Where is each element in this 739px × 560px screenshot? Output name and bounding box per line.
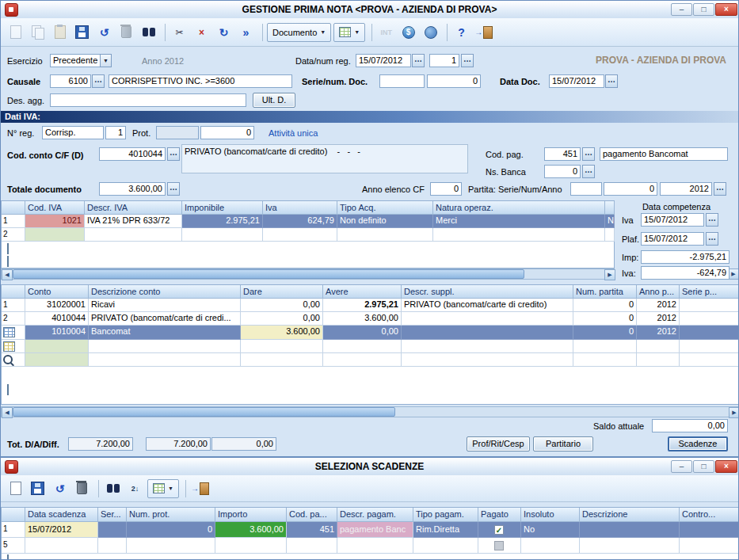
prot-num-field[interactable]: 0 [200,126,254,139]
cell-natura[interactable] [433,228,605,242]
detail-scroll-button[interactable]: ▶ [728,269,739,280]
partitario-button[interactable]: Partitario [533,436,593,451]
cell-cod-iva[interactable]: 1021 [25,215,85,228]
search-button[interactable] [139,23,158,42]
minimize-button[interactable]: – [671,3,692,16]
cell-serie[interactable] [680,340,739,353]
row-number[interactable]: 1 [2,299,25,312]
col-header-pagato[interactable]: Pagato [478,508,521,522]
esercizio-caret-icon[interactable]: ▼ [100,54,112,67]
cell-extra[interactable]: N [605,215,615,228]
row-number[interactable]: 1 [2,522,25,538]
row-selector[interactable] [2,353,25,367]
des-agg-field[interactable] [50,93,246,107]
scroll-left-icon[interactable]: ◀ [2,269,13,280]
paste-button[interactable] [50,23,70,42]
cod-pag-field[interactable]: 451 [544,147,581,161]
cell-dare[interactable] [241,353,323,367]
cell-anno[interactable] [637,340,680,353]
ns-banca-field[interactable]: 0 [544,165,581,178]
cell-num-prot[interactable] [127,538,215,554]
cell-num-partita[interactable]: 0 [573,299,637,312]
col-header-tipo-pagam[interactable]: Tipo pagam. [413,508,478,522]
partita-num-field[interactable]: 0 [604,182,657,196]
scroll-right-icon[interactable]: ▶ [729,407,739,418]
reg-num-field[interactable]: 1 [105,126,126,139]
num-reg-field[interactable]: 1 [429,54,459,67]
cell-dare[interactable] [241,340,323,353]
col-header-data-scadenza[interactable]: Data scadenza [25,508,98,522]
data-reg-lookup-button[interactable]: … [412,54,425,67]
cell-contro[interactable] [680,538,739,554]
cell-descrizione[interactable] [89,353,241,367]
restore-row-button[interactable]: ↻ [214,23,234,42]
cell-data-scadenza[interactable] [25,538,98,554]
competenza-iva-date-field[interactable]: 15/07/2012 [641,213,704,227]
col-header-conto[interactable]: Conto [25,285,89,299]
cell-serie[interactable] [680,299,739,312]
cell-num-partita[interactable] [573,353,637,367]
cell-descr-suppl[interactable] [402,326,573,340]
cut-row-button[interactable]: ✂ [170,23,189,42]
search-button[interactable] [103,479,123,498]
web-button[interactable] [421,23,440,42]
cell-iva[interactable] [263,228,337,242]
cod-conto-lookup-button[interactable]: … [167,147,180,161]
cell-avere[interactable]: 0,00 [323,326,402,340]
col-header-natura[interactable]: Natura operaz. [433,201,605,215]
cell-descrizione[interactable]: PRIVATO (bancomat/carte di credi... [89,312,241,326]
row-number[interactable]: 1 [2,215,25,228]
cell-conto[interactable] [25,340,89,353]
ns-banca-lookup-button[interactable]: … [582,165,595,178]
intra-button[interactable]: INT [376,23,396,42]
row-number[interactable]: 2 [2,228,25,242]
cell-conto[interactable]: 1010004 [25,326,89,340]
col-header-contro[interactable]: Contro... [680,508,739,522]
cell-conto[interactable] [25,353,89,367]
cell-importo[interactable] [215,538,287,554]
col-header-ser[interactable]: Ser... [98,508,127,522]
cell-descr-suppl[interactable] [402,353,573,367]
cell-descr-pagam[interactable]: pagamento Banc [337,522,413,538]
col-header-descrizione-conto[interactable]: Descrizione conto [89,285,241,299]
esercizio-select[interactable]: Precedente [50,54,101,67]
col-header-dare[interactable]: Dare [241,285,323,299]
cell-contro[interactable] [680,522,739,538]
cell-iva[interactable]: 624,79 [263,215,337,228]
col-header-descr-iva[interactable]: Descr. IVA [85,201,182,215]
cell-conto[interactable]: 31020001 [25,299,89,312]
cell-cod-pagamento[interactable] [287,538,337,554]
cell-ser[interactable] [98,538,127,554]
cell-extra[interactable] [605,228,615,242]
help-button[interactable]: ? [451,23,471,42]
close-button[interactable]: × [715,3,737,16]
imp-field[interactable]: -2.975,21 [641,250,729,264]
col-header-cod-iva[interactable]: Cod. IVA [25,201,85,215]
cell-num-prot[interactable]: 0 [127,522,215,538]
sort-button[interactable]: 2↓ [125,479,145,498]
data-doc-lookup-button[interactable]: … [605,74,618,88]
scadenze-title-bar[interactable]: SELEZIONA SCADENZE – □ × [1,458,738,476]
plaf-date-field[interactable]: 15/07/2012 [641,232,704,246]
minimize-button[interactable]: – [671,460,692,473]
cell-imponibile[interactable]: 2.975,21 [182,215,263,228]
pag-desc-field[interactable]: pagamento Bancomat [600,147,728,161]
cell-num-partita[interactable]: 0 [573,312,637,326]
delete-button[interactable] [72,479,92,498]
cod-pag-lookup-button[interactable]: … [582,147,595,161]
col-header-descrizione[interactable]: Descrizione [580,508,680,522]
grid-tool-list-button[interactable] [7,257,9,266]
cell-dare[interactable]: 0,00 [241,299,323,312]
cell-descrizione[interactable] [580,522,680,538]
col-header-descr-pagam[interactable]: Descr. pagam. [337,508,413,522]
cell-num-partita[interactable]: 0 [573,326,637,340]
ult-d-button[interactable]: Ult. D. [253,93,295,108]
num-reg-lookup-button[interactable]: … [461,54,474,67]
col-header-num-prot[interactable]: Num. prot. [127,508,215,522]
cell-serie[interactable] [680,326,739,340]
close-button[interactable]: × [715,460,737,473]
scrollbar-thumb[interactable] [13,407,395,417]
row-selector[interactable] [2,340,25,353]
cell-ser[interactable] [98,522,127,538]
cell-imponibile[interactable] [182,228,263,242]
